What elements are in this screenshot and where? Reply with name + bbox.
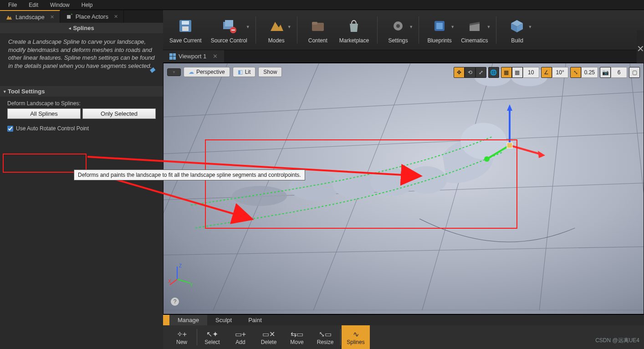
grid-snap-toggle[interactable]: ▦ xyxy=(512,67,523,78)
svg-line-32 xyxy=(510,145,542,154)
svg-point-35 xyxy=(484,156,490,162)
tool-move[interactable]: ⇆▭Move xyxy=(283,325,311,349)
camera-speed-value[interactable]: 6 xyxy=(611,67,627,78)
svg-marker-33 xyxy=(538,151,545,158)
surface-snap-toggle[interactable]: ▦ xyxy=(501,67,512,78)
maximize-viewport[interactable]: ▢ xyxy=(629,67,640,78)
angle-snap-value[interactable]: 10° xyxy=(552,67,568,78)
svg-rect-4 xyxy=(182,21,189,25)
grid-snap-value[interactable]: 10 xyxy=(523,67,539,78)
perspective-label: Perspective xyxy=(196,69,225,75)
tab-paint[interactable]: Paint xyxy=(240,315,270,325)
close-icon[interactable]: ✕ xyxy=(213,53,218,60)
lit-label: Lit xyxy=(245,69,251,75)
dropdown-arrow-icon[interactable]: ▼ xyxy=(409,25,413,29)
viewport[interactable]: ▼ ☁ Perspective ◧ Lit Show ✥ ⟲ ⤢ xyxy=(163,63,644,314)
marketplace-button[interactable]: Marketplace xyxy=(336,12,373,48)
svg-marker-0 xyxy=(6,15,12,20)
tab-place-actors[interactable]: + Place Actors ✕ xyxy=(60,10,124,23)
delete-icon: ▭✕ xyxy=(262,329,275,339)
splines-header[interactable]: ◂ Splines xyxy=(0,23,163,33)
tool-resize[interactable]: ⤡▭Resize xyxy=(311,325,339,349)
only-selected-button[interactable]: Only Selected xyxy=(82,108,156,119)
coord-space-toggle[interactable]: 🌐 xyxy=(488,67,499,78)
tool-new[interactable]: ✧+New xyxy=(168,325,196,349)
shopping-bag-icon xyxy=(344,16,363,36)
svg-marker-31 xyxy=(507,104,512,111)
tab-sculpt[interactable]: Sculpt xyxy=(207,315,240,325)
tab-landscape[interactable]: Landscape ✕ xyxy=(0,10,60,23)
svg-rect-7 xyxy=(225,20,233,26)
dropdown-arrow-icon[interactable]: ▼ xyxy=(450,25,455,29)
svg-point-26 xyxy=(406,166,447,194)
svg-rect-16 xyxy=(436,23,443,29)
menu-edit[interactable]: Edit xyxy=(23,1,44,9)
menu-help[interactable]: Help xyxy=(76,1,98,9)
svg-text:+: + xyxy=(71,13,73,16)
viewport-tab[interactable]: Viewport 1 ✕ xyxy=(163,50,224,62)
help-diamond-icon[interactable]: ◆ xyxy=(149,65,155,75)
rotate-tool[interactable]: ⟲ xyxy=(465,67,475,78)
close-icon[interactable]: ✕ xyxy=(114,14,118,20)
angle-snap-toggle[interactable]: ∠ xyxy=(541,67,552,78)
move-icon: ⇆▭ xyxy=(291,329,303,339)
accent-strip xyxy=(163,315,169,325)
dropdown-arrow-icon[interactable]: ▼ xyxy=(487,25,491,29)
source-control-button[interactable]: Source Control ▼ xyxy=(207,12,251,48)
auto-rotate-row[interactable]: Use Auto Rotate Control Point xyxy=(7,125,156,132)
menu-window[interactable]: Window xyxy=(45,1,75,9)
blueprint-icon xyxy=(430,16,449,36)
settings-button[interactable]: Settings ▼ xyxy=(382,12,414,48)
viewport-options-dropdown[interactable]: ▼ xyxy=(167,68,181,76)
close-icon[interactable]: ✕ xyxy=(50,14,54,20)
svg-line-34 xyxy=(487,145,510,159)
svg-point-22 xyxy=(232,186,287,206)
show-label: Show xyxy=(263,69,277,75)
move-tool[interactable]: ✥ xyxy=(454,67,465,78)
tab-manage[interactable]: Manage xyxy=(169,315,207,325)
camera-speed-icon[interactable]: 📷 xyxy=(600,67,611,78)
watermark-text: CSDN @远离UE4 xyxy=(595,337,639,344)
tool-add[interactable]: ▭+Add xyxy=(226,325,255,349)
scale-tool[interactable]: ⤢ xyxy=(475,67,486,78)
transform-gizmo[interactable] xyxy=(473,100,546,173)
perspective-dropdown[interactable]: ☁ Perspective xyxy=(184,67,230,77)
modes-button[interactable]: Modes ▼ xyxy=(261,12,292,48)
landscape-mode-tabs: Manage Sculpt Paint xyxy=(163,314,644,325)
cube-plus-icon: + xyxy=(66,13,73,20)
close-right-icon[interactable]: ✕ xyxy=(637,30,644,67)
clapper-icon xyxy=(465,16,484,36)
content-button[interactable]: Content xyxy=(302,12,334,48)
show-dropdown[interactable]: Show xyxy=(258,67,282,77)
viewport-tab-row: Viewport 1 ✕ xyxy=(163,50,644,63)
dropdown-arrow-icon[interactable]: ▼ xyxy=(246,25,250,29)
tool-settings-header[interactable]: ▾ Tool Settings xyxy=(0,86,163,97)
dropdown-arrow-icon[interactable]: ▼ xyxy=(528,25,532,29)
blueprints-button[interactable]: Blueprints ▼ xyxy=(424,12,455,48)
build-button[interactable]: Build ▼ xyxy=(501,12,533,48)
source-control-label: Source Control xyxy=(211,37,247,44)
cloud-icon: ☁ xyxy=(189,69,194,75)
auto-rotate-checkbox[interactable] xyxy=(7,126,13,132)
folder-icon xyxy=(308,16,327,36)
cinematics-button[interactable]: Cinematics ▼ xyxy=(457,12,491,48)
tool-delete[interactable]: ▭✕Delete xyxy=(255,325,283,349)
lit-dropdown[interactable]: ◧ Lit xyxy=(233,67,256,77)
all-splines-button[interactable]: All Splines xyxy=(7,108,81,119)
save-current-button[interactable]: Save Current xyxy=(166,12,205,48)
deform-group: Deform Landscape to Splines: All Splines… xyxy=(7,100,156,119)
tool-select[interactable]: ↖✦Select xyxy=(198,325,226,349)
splines-title: Splines xyxy=(73,25,94,31)
svg-point-14 xyxy=(396,24,400,28)
dropdown-arrow-icon[interactable]: ▼ xyxy=(287,25,291,29)
auto-rotate-label: Use Auto Rotate Control Point xyxy=(16,125,89,132)
viewport-grid-icon xyxy=(169,53,176,60)
svg-rect-1 xyxy=(67,15,71,19)
scale-snap-toggle[interactable]: ⤡ xyxy=(570,67,581,78)
scale-snap-value[interactable]: 0.25 xyxy=(581,67,598,78)
tab-landscape-label: Landscape xyxy=(15,14,45,21)
help-icon[interactable]: ? xyxy=(171,298,179,306)
menu-file[interactable]: File xyxy=(3,1,22,9)
tool-splines[interactable]: ∿Splines xyxy=(342,325,370,349)
svg-rect-5 xyxy=(182,26,189,31)
